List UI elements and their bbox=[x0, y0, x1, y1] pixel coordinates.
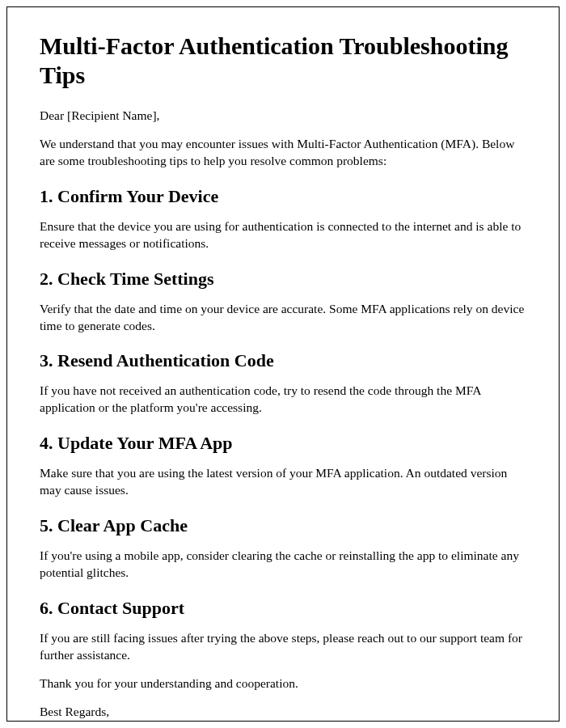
closing: Best Regards, bbox=[40, 704, 526, 721]
section-heading-4: 4. Update Your MFA App bbox=[40, 433, 526, 454]
page-title: Multi-Factor Authentication Troubleshoot… bbox=[40, 32, 526, 90]
section-body-1: Ensure that the device you are using for… bbox=[40, 218, 526, 252]
section-body-4: Make sure that you are using the latest … bbox=[40, 465, 526, 499]
section-heading-6: 6. Contact Support bbox=[40, 598, 526, 619]
section-body-3: If you have not received an authenticati… bbox=[40, 383, 526, 417]
intro-paragraph: We understand that you may encounter iss… bbox=[40, 136, 526, 170]
section-body-2: Verify that the date and time on your de… bbox=[40, 301, 526, 335]
section-heading-5: 5. Clear App Cache bbox=[40, 515, 526, 536]
section-body-6: If you are still facing issues after try… bbox=[40, 630, 526, 664]
document-page: Multi-Factor Authentication Troubleshoot… bbox=[6, 6, 560, 722]
section-heading-2: 2. Check Time Settings bbox=[40, 269, 526, 290]
section-heading-3: 3. Resend Authentication Code bbox=[40, 350, 526, 371]
thanks-paragraph: Thank you for your understanding and coo… bbox=[40, 675, 526, 692]
salutation: Dear [Recipient Name], bbox=[40, 108, 526, 125]
section-body-5: If you're using a mobile app, consider c… bbox=[40, 548, 526, 582]
section-heading-1: 1. Confirm Your Device bbox=[40, 186, 526, 207]
